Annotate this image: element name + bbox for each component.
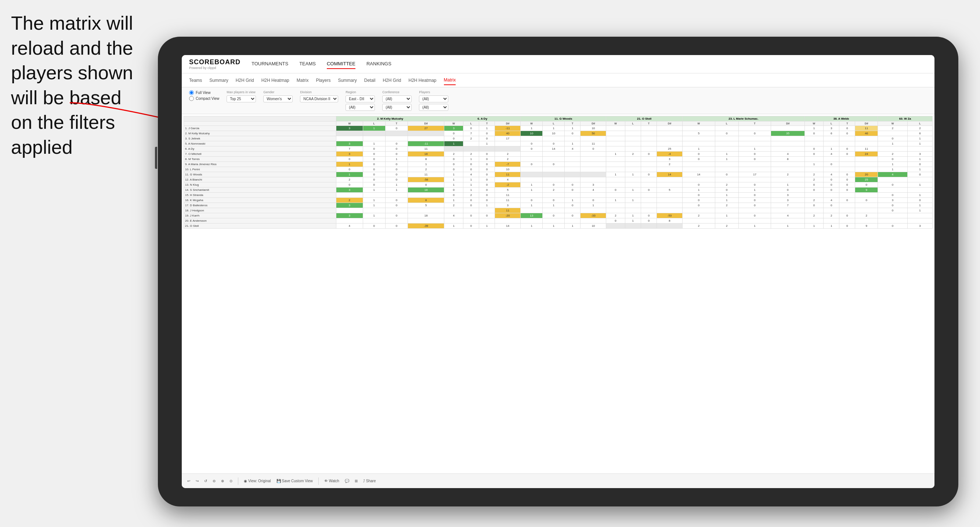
players-select[interactable]: (All)	[419, 95, 448, 102]
sub-w-6: W	[805, 121, 823, 126]
matrix-table: 2. M Kelly Mulcahy 6. A Dy 11. G Woods 2…	[184, 116, 932, 229]
player-name: 19. J Karrh	[184, 213, 336, 218]
region-sub-select[interactable]: (All)	[345, 104, 375, 111]
subnav-summary2[interactable]: Summary	[338, 76, 356, 85]
reset-button[interactable]: ⊙	[229, 479, 232, 483]
tablet-screen: SCOREBOARD Powered by clippd TOURNAMENTS…	[182, 55, 934, 488]
subnav-h2hheatmap2[interactable]: H2H Heatmap	[408, 76, 436, 85]
sub-t-6: T	[839, 121, 855, 126]
player-name: 18. J Hodgson	[184, 208, 336, 213]
nav-teams[interactable]: TEAMS	[299, 59, 316, 69]
table-row: 6. A Dy 70011 01440 25 11 01011	[184, 146, 932, 152]
matrix-area[interactable]: 2. M Kelly Mulcahy 6. A Dy 11. G Woods 2…	[182, 114, 934, 473]
nav-committee[interactable]: COMMITTEE	[327, 59, 355, 69]
conference-filter: Conference (All) (All)	[382, 90, 412, 111]
save-custom-button[interactable]: 💾 Save Custom View	[277, 479, 313, 483]
refresh-button[interactable]: ↺	[204, 479, 207, 483]
sub-dif-3: Dif	[581, 121, 606, 126]
watch-button[interactable]: 👁 Watch	[324, 479, 339, 483]
players-sub-select[interactable]: (All)	[419, 104, 448, 111]
subnav-teams[interactable]: Teams	[189, 76, 202, 85]
comment-button[interactable]: 💬	[345, 479, 349, 483]
sub-t-2: T	[479, 121, 495, 126]
player-name: 17. D Ballesteros	[184, 203, 336, 208]
table-row: 15. H Stranda 02011 0103 01	[184, 193, 932, 198]
subnav-h2hheatmap1[interactable]: H2H Heatmap	[261, 76, 290, 85]
players-filter: Players (All) (All)	[419, 90, 448, 111]
sub-t-1: T	[385, 121, 407, 126]
compact-view-radio[interactable]	[189, 96, 194, 101]
subnav-h2hgrid2[interactable]: H2H Grid	[383, 76, 401, 85]
grid-button[interactable]: ⊞	[355, 479, 358, 483]
share-button[interactable]: ⤴ Share	[363, 479, 376, 483]
sub-w-2: W	[444, 121, 463, 126]
table-row: 19. J Karrh 31018 400-20 1300-33 210-53 …	[184, 213, 932, 218]
share-icon: ⤴	[363, 479, 365, 483]
sub-t-4: T	[641, 121, 657, 126]
sub-l-2: L	[463, 121, 479, 126]
player-name: 8. M Torres	[184, 157, 336, 162]
sub-nav: Teams Summary H2H Grid H2H Heatmap Matri…	[182, 73, 934, 87]
table-row: 2. M Kelly Mulcahy 07040 1010050 50035 0…	[184, 131, 932, 136]
player-name: 12. A Bianchi	[184, 177, 336, 183]
col-header-7: 60. W Za	[878, 116, 932, 121]
sub-l-6: L	[824, 121, 839, 126]
conference-sub-select[interactable]: (All)	[382, 104, 412, 111]
view-original-button[interactable]: ◉ View: Original	[244, 479, 271, 483]
subnav-matrix1[interactable]: Matrix	[297, 76, 309, 85]
player-name: 7. O Mitchell	[184, 152, 336, 157]
conference-select[interactable]: (All)	[382, 95, 412, 102]
subnav-players[interactable]: Players	[316, 76, 331, 85]
col-header-3: 11. G Woods	[521, 116, 606, 121]
player-name: 13. N Klug	[184, 183, 336, 187]
region-filter: Region East - DII (All)	[345, 90, 375, 111]
division-select[interactable]: NCAA Division II	[300, 95, 338, 102]
sub-dif-4: Dif	[657, 121, 682, 126]
table-row: 12. A Bianchi 200-58 1104 20025	[184, 177, 932, 183]
table-row: 13. N Klug 0010 110-2 1003 0201 0000 01	[184, 183, 932, 187]
nav-rankings[interactable]: RANKINGS	[366, 59, 391, 69]
player-name: 10. L Perini	[184, 167, 336, 172]
nav-items: TOURNAMENTS TEAMS COMMITTEE RANKINGS	[251, 59, 391, 69]
col-header-2: 6. A Dy	[444, 116, 521, 121]
player-name: 14. S Srichantamit	[184, 187, 336, 193]
sub-w-4: W	[606, 121, 625, 126]
table-row: 3. S Jelinek 02017 01	[184, 136, 932, 141]
max-players-filter: Max players in view Top 25	[227, 90, 256, 102]
tablet-side-button	[155, 147, 157, 169]
sub-dif-1: Dif	[408, 121, 444, 126]
compact-view-option[interactable]: Compact View	[189, 96, 219, 101]
full-view-radio[interactable]	[189, 90, 194, 95]
bottom-toolbar: ↩ ↪ ↺ ⊖ ⊕ ⊙ ◉ View: Original 💾 Save Cust…	[182, 473, 934, 488]
player-name: 2. M Kelly Mulcahy	[184, 131, 336, 136]
region-select[interactable]: East - DII	[345, 95, 375, 102]
zoom-in-button[interactable]: ⊕	[221, 479, 224, 483]
toolbar-separator-2	[318, 478, 319, 485]
nav-bar: SCOREBOARD Powered by clippd TOURNAMENTS…	[182, 55, 934, 73]
sub-l-5: L	[715, 121, 738, 126]
table-row: 8. M Torres 0018 0102 3 0108 01	[184, 157, 932, 162]
sub-dif-5: Dif	[771, 121, 805, 126]
col-header-5: 23. L Marie Schumac.	[682, 116, 805, 121]
annotation-label: The matrix will reload and the players s…	[11, 13, 133, 158]
zoom-out-button[interactable]: ⊖	[213, 479, 216, 483]
table-row: 11. G Woods 10011 14011 11014 140172 240…	[184, 172, 932, 177]
logo-area: SCOREBOARD Powered by clippd	[189, 58, 240, 70]
undo-button[interactable]: ↩	[187, 479, 190, 483]
player-name: 1. J Garcia	[184, 126, 336, 131]
max-players-select[interactable]: Top 25	[227, 95, 256, 102]
filter-bar: Full View Compact View Max players in vi…	[182, 87, 934, 114]
view-options: Full View Compact View	[189, 90, 219, 101]
full-view-option[interactable]: Full View	[189, 90, 219, 95]
player-name: 9. A Maria Jimenez Rios	[184, 162, 336, 167]
division-filter: Division NCAA Division II	[300, 90, 338, 102]
nav-tournaments[interactable]: TOURNAMENTS	[251, 59, 288, 69]
subnav-h2hgrid1[interactable]: H2H Grid	[236, 76, 254, 85]
redo-button[interactable]: ↪	[196, 479, 199, 483]
subnav-matrix2[interactable]: Matrix	[444, 76, 456, 85]
subnav-summary1[interactable]: Summary	[209, 76, 228, 85]
subnav-detail[interactable]: Detail	[364, 76, 375, 85]
sub-w-7: W	[878, 121, 908, 126]
player-name: 21. O Stoll	[184, 224, 336, 229]
gender-select[interactable]: Women's	[263, 95, 293, 102]
